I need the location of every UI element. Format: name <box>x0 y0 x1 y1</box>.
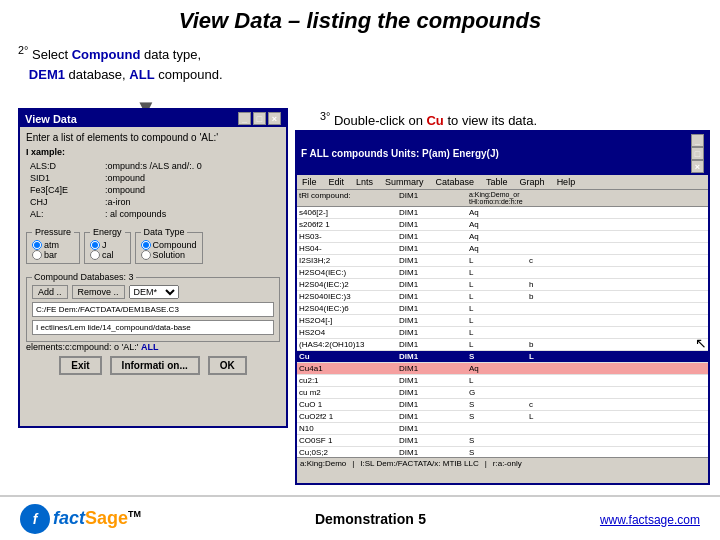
view-data-dialog: View Data _ □ × Enter a list of elements… <box>18 108 288 428</box>
dialog-title-text: View Data <box>25 113 77 125</box>
website-section: www.factsage.com <box>600 510 700 528</box>
window-buttons: _ □ × <box>238 112 281 125</box>
logo-circle: f <box>20 504 50 534</box>
menu-lists[interactable]: Lnts <box>354 176 375 188</box>
table-row[interactable]: Cu4a1DIM1Aq <box>297 363 708 375</box>
table-row: Fe3[C4]E:ompound <box>28 185 278 195</box>
logo-letter: f <box>33 511 38 527</box>
dialog-instruction: Enter a list of elements to compound o '… <box>26 132 280 143</box>
cu-row[interactable]: CuDIM1SL <box>297 351 708 363</box>
demo-section: Demonstration 5 <box>315 510 426 528</box>
energy-cal[interactable]: cal <box>90 250 125 260</box>
bottom-bar: f factSageTM Demonstration 5 www.factsag… <box>0 495 720 540</box>
demo-label: Demonstration <box>315 511 414 527</box>
table-row[interactable]: HS03-DIM1Aq <box>297 231 708 243</box>
table-row[interactable]: Cu;0S;2DIM1S <box>297 447 708 457</box>
exit-button[interactable]: Exit <box>59 356 101 375</box>
filter-value: ALL <box>141 342 159 352</box>
table-row: SID1:ompound <box>28 173 278 183</box>
db-buttons-row: Add .. Remove .. DEM* <box>32 285 274 299</box>
menu-table[interactable]: Table <box>484 176 510 188</box>
menu-graph[interactable]: Graph <box>518 176 547 188</box>
subheader-col4 <box>529 191 589 205</box>
table-row[interactable]: N10DIM1 <box>297 423 708 435</box>
compounds-menu: File Edit Lnts Summary Catabase Table Gr… <box>297 175 708 190</box>
compounds-subheader: tRl compound: DIM1 a:King:Demo_or tHl:om… <box>297 190 708 207</box>
compounds-window-buttons: _ □ × <box>691 134 704 173</box>
table-row: AL:: al compounds <box>28 209 278 219</box>
table-row[interactable]: HS04-DIM1Aq <box>297 243 708 255</box>
status-3: r:a:-only <box>493 459 522 468</box>
db-path-2: I ectlines/Lem lide/14_compound/data-bas… <box>32 320 274 335</box>
title-separator: – <box>288 8 306 33</box>
close-button[interactable]: × <box>268 112 281 125</box>
menu-database[interactable]: Catabase <box>434 176 477 188</box>
pressure-group: Pressure atm bar <box>26 227 80 264</box>
db-path-1: C:/FE Dem:/FACTDATA/DEM1BASE.C3 <box>32 302 274 317</box>
cw-close-button[interactable]: × <box>691 160 704 173</box>
compounds-table[interactable]: s406[2-]DIM1Aq s206f2 1DIM1Aq HS03-DIM1A… <box>297 207 708 457</box>
maximize-button[interactable]: □ <box>253 112 266 125</box>
left-instruction: 2° Select Compound data type, DEM1 datab… <box>18 42 223 84</box>
logo-sage: Sage <box>85 508 128 528</box>
option-groups-row: Pressure atm bar Energy J cal Data Type <box>26 227 280 268</box>
energy-legend: Energy <box>90 227 125 237</box>
table-row[interactable]: cu m2DIM1G <box>297 387 708 399</box>
page-title: View Data – listing the compounds <box>0 0 720 38</box>
degree-3: 3° <box>320 113 330 128</box>
table-row[interactable]: CuO2f2 1DIM1SL <box>297 411 708 423</box>
dialog-titlebar: View Data _ □ × <box>20 110 286 127</box>
degree-2: 2° <box>18 47 28 62</box>
website-link[interactable]: www.factsage.com <box>600 513 700 527</box>
compounds-window: F ALL compounds Units: P(am) Energy(J) _… <box>295 130 710 485</box>
status-separator-1: | <box>352 459 354 468</box>
table-row[interactable]: HS2O4[-]DIM1L <box>297 315 708 327</box>
compound-databases-group: Compound Databases: 3 Add .. Remove .. D… <box>26 272 280 342</box>
pressure-bar[interactable]: bar <box>32 250 74 260</box>
example-table: ALS:D:ompund:s /ALS and/:. 0 SID1:ompoun… <box>26 159 280 221</box>
menu-help[interactable]: Help <box>555 176 578 188</box>
db-dropdown[interactable]: DEM* <box>129 285 179 299</box>
ok-button[interactable]: OK <box>208 356 247 375</box>
compounds-title-text: F ALL compounds Units: P(am) Energy(J) <box>301 148 499 159</box>
type-compound[interactable]: Compound <box>141 240 197 250</box>
logo-fact: fact <box>53 508 85 528</box>
type-solution[interactable]: Solution <box>141 250 197 260</box>
table-row[interactable]: H2S04(IEC:)2DIM1Lh <box>297 279 708 291</box>
table-row[interactable]: HS2O4DIM1L <box>297 327 708 339</box>
table-row[interactable]: H2S04(IEC:)6DIM1L <box>297 303 708 315</box>
logo-text: factSageTM <box>53 508 141 529</box>
add-button[interactable]: Add .. <box>32 285 68 299</box>
table-row[interactable]: cu2:1DIM1L <box>297 375 708 387</box>
table-row[interactable]: I2SI3H;2DIM1Lc <box>297 255 708 267</box>
dem1-highlight: DEM1 <box>29 67 65 82</box>
cursor-arrow-icon: ↖ <box>695 335 707 351</box>
information-button[interactable]: Informati on... <box>110 356 200 375</box>
data-type-group: Data Type Compound Solution <box>135 227 203 264</box>
table-row[interactable]: CO0SF 1DIM1S <box>297 435 708 447</box>
cw-minimize-button[interactable]: _ <box>691 134 704 147</box>
energy-group: Energy J cal <box>84 227 131 264</box>
remove-button[interactable]: Remove .. <box>72 285 125 299</box>
pressure-atm[interactable]: atm <box>32 240 74 250</box>
table-row[interactable]: s406[2-]DIM1Aq <box>297 207 708 219</box>
all-highlight: ALL <box>129 67 154 82</box>
minimize-button[interactable]: _ <box>238 112 251 125</box>
data-type-legend: Data Type <box>141 227 188 237</box>
status-separator-2: | <box>485 459 487 468</box>
compound-db-legend: Compound Databases: 3 <box>32 272 136 282</box>
table-row[interactable]: s206f2 1DIM1Aq <box>297 219 708 231</box>
compounds-statusbar: a:King:Demo | I:SL Dem:/FACTATA/x: MTIB … <box>297 457 708 469</box>
table-row[interactable]: (HAS4:2(OH10)13DIM1Lb <box>297 339 708 351</box>
energy-j[interactable]: J <box>90 240 125 250</box>
subheader-col3: a:King:Demo_or tHl:omo:n:de:h:re <box>469 191 529 205</box>
table-row[interactable]: H2SO4(IEC:)DIM1L <box>297 267 708 279</box>
menu-file[interactable]: File <box>300 176 319 188</box>
table-row[interactable]: CuO 1DIM1Sc <box>297 399 708 411</box>
table-row[interactable]: H2S040IEC:)3DIM1Lb <box>297 291 708 303</box>
compound-highlight: Compound <box>72 47 141 62</box>
menu-summary[interactable]: Summary <box>383 176 426 188</box>
cw-maximize-button[interactable]: □ <box>691 147 704 160</box>
status-2: I:SL Dem:/FACTATA/x: MTIB LLC <box>360 459 478 468</box>
menu-edit[interactable]: Edit <box>327 176 347 188</box>
